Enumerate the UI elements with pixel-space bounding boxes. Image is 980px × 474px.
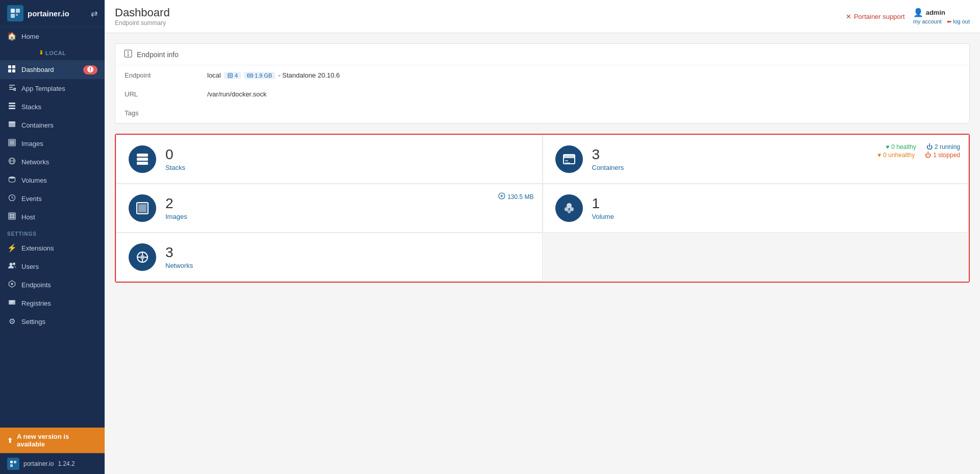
page-header: Dashboard Endpoint summary ✕ Portainer s… [105, 0, 980, 33]
unhealthy-count: 0 unhealthy [883, 152, 915, 159]
volumes-card[interactable]: 1 Volume [543, 184, 969, 233]
images-meta: 130.5 MB [498, 192, 533, 202]
sidebar-logo[interactable]: portainer.io ⇄ [0, 0, 105, 27]
sidebar-item-registries[interactable]: Registries [0, 294, 105, 312]
dashboard-grid: 0 Stacks 3 Containers [115, 134, 970, 283]
containers-card-info: 3 Containers [592, 147, 624, 171]
sidebar-item-home[interactable]: 🏠 Home [0, 27, 105, 45]
sidebar-toggle-icon[interactable]: ⇄ [91, 9, 97, 18]
volumes-count: 1 [592, 196, 614, 211]
sidebar-item-endpoints[interactable]: Endpoints [0, 276, 105, 294]
sidebar-item-extensions[interactable]: ⚡ Extensions [0, 239, 105, 257]
sidebar-item-host[interactable]: Host [0, 208, 105, 226]
containers-card[interactable]: 3 Containers ♥ 0 healthy ⏻ 2 running ♥ 0… [543, 135, 969, 184]
user-avatar-icon: 👤 [913, 8, 923, 17]
svg-point-63 [568, 210, 571, 213]
user-name-text: admin [926, 9, 945, 16]
app-templates-icon [7, 84, 16, 93]
sidebar-item-label: Settings [21, 318, 45, 326]
sidebar-item-stacks[interactable]: Stacks [0, 97, 105, 116]
svg-point-34 [11, 283, 13, 285]
portainer-support-link[interactable]: ✕ Portainer support [846, 13, 905, 20]
endpoint-label: Endpoint [116, 66, 198, 84]
svg-rect-4 [8, 65, 11, 68]
svg-point-23 [9, 177, 15, 179]
svg-rect-19 [10, 140, 14, 145]
endpoint-info-icon [124, 49, 133, 60]
page-subtitle: Endpoint summary [115, 19, 170, 27]
svg-point-31 [9, 263, 12, 266]
sidebar-item-users[interactable]: Users [0, 257, 105, 276]
svg-rect-2 [11, 14, 15, 18]
svg-rect-12 [9, 103, 15, 104]
svg-rect-5 [12, 65, 15, 68]
version-logo-icon [7, 458, 19, 470]
update-notification[interactable]: ⬆ A new version is available [0, 428, 105, 453]
sidebar-settings-label: SETTINGS [0, 226, 105, 239]
svg-rect-29 [10, 216, 12, 218]
registries-icon [7, 298, 16, 308]
healthy-count: 0 healthy [891, 143, 916, 151]
endpoint-value: local 4 1.9 GB - Standalone 20.10.6 [199, 66, 968, 84]
sidebar-item-dashboard[interactable]: Dashboard [0, 60, 105, 79]
volumes-card-info: 1 Volume [592, 196, 614, 220]
svg-rect-35 [9, 300, 15, 305]
dashboard-badge [83, 65, 97, 74]
page-title: Dashboard [115, 6, 170, 19]
svg-rect-38 [10, 461, 13, 463]
svg-rect-36 [10, 301, 14, 302]
empty-card [543, 233, 969, 282]
stacks-card[interactable]: 0 Stacks [116, 135, 543, 184]
sidebar-item-label: Volumes [21, 177, 47, 184]
endpoint-name: local [207, 71, 221, 79]
sidebar-item-images[interactable]: Images [0, 134, 105, 153]
support-label: Portainer support [854, 13, 905, 20]
svg-rect-47 [249, 75, 252, 76]
sidebar-item-networks[interactable]: Networks [0, 153, 105, 171]
sidebar-item-app-templates[interactable]: App Templates [0, 79, 105, 97]
sidebar-item-events[interactable]: Events [0, 189, 105, 208]
svg-point-62 [570, 207, 574, 211]
containers-label: Containers [592, 164, 624, 171]
update-icon: ⬆ [7, 437, 13, 444]
tags-label: Tags [116, 104, 198, 122]
stacks-label: Stacks [165, 164, 185, 171]
local-arrow-icon: ⬇ [39, 49, 44, 56]
svg-rect-7 [12, 69, 15, 72]
header-left: Dashboard Endpoint summary [115, 6, 170, 27]
endpoint-cpu-chip: 4 [224, 72, 241, 79]
endpoints-icon [7, 280, 16, 289]
svg-point-42 [128, 52, 129, 53]
sidebar-item-label: Host [21, 213, 35, 221]
networks-count: 3 [165, 245, 193, 260]
user-block: 👤 admin my account ⬅ log out [913, 8, 970, 25]
sidebar-item-label: App Templates [21, 85, 65, 92]
sidebar-item-volumes[interactable]: Volumes [0, 171, 105, 189]
sidebar-item-label: Images [21, 140, 43, 147]
svg-rect-14 [9, 108, 15, 109]
svg-rect-30 [12, 216, 14, 218]
version-number: 1.24.2 [58, 460, 75, 467]
sidebar-version: portainer.io 1.24.2 [0, 453, 105, 474]
networks-card[interactable]: 3 Networks [116, 233, 543, 282]
images-label: Images [165, 213, 187, 220]
sidebar: portainer.io ⇄ 🏠 Home ⬇ LOCAL Dashboard … [0, 0, 105, 474]
my-account-link[interactable]: my account [913, 18, 942, 25]
endpoint-row-endpoint: Endpoint local 4 1.9 GB [116, 66, 968, 84]
stacks-card-icon [129, 145, 156, 173]
containers-healthy: ♥ 0 healthy ⏻ 2 running [877, 143, 960, 151]
svg-rect-6 [8, 69, 11, 72]
logout-icon: ⬅ [947, 18, 951, 24]
svg-rect-52 [564, 155, 575, 158]
endpoint-table: Endpoint local 4 1.9 GB [115, 65, 969, 123]
running-icon: ⏻ [926, 143, 933, 151]
sidebar-item-settings[interactable]: ⚙ Settings [0, 312, 105, 331]
portainer-logo-icon [7, 5, 23, 21]
svg-rect-16 [9, 121, 15, 123]
sidebar-item-containers[interactable]: Containers [0, 116, 105, 134]
sidebar-item-label: Registries [21, 300, 51, 307]
volumes-label: Volume [592, 213, 614, 220]
images-card[interactable]: 2 Images 130.5 MB [116, 184, 543, 233]
containers-count: 3 [592, 147, 624, 162]
log-out-link[interactable]: ⬅ log out [947, 18, 970, 25]
